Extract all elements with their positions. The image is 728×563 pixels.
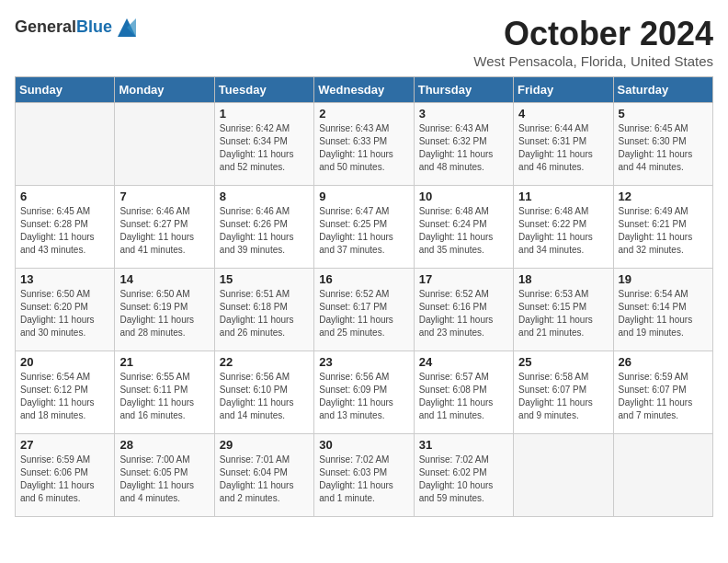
- day-detail: Sunrise: 7:02 AM Sunset: 6:02 PM Dayligh…: [419, 454, 508, 505]
- day-number: 18: [518, 272, 608, 286]
- day-detail: Sunrise: 6:50 AM Sunset: 6:19 PM Dayligh…: [119, 288, 209, 339]
- day-cell: 12Sunrise: 6:49 AM Sunset: 6:21 PM Dayli…: [613, 186, 712, 269]
- day-number: 14: [119, 272, 209, 286]
- day-cell: 25Sunrise: 6:58 AM Sunset: 6:07 PM Dayli…: [514, 351, 613, 434]
- day-cell: 22Sunrise: 6:56 AM Sunset: 6:10 PM Dayli…: [214, 351, 313, 434]
- day-number: 1: [220, 107, 309, 121]
- header-cell-saturday: Saturday: [613, 77, 712, 103]
- day-cell: 21Sunrise: 6:55 AM Sunset: 6:11 PM Dayli…: [115, 351, 214, 434]
- day-number: 9: [319, 190, 408, 203]
- calendar-header: SundayMondayTuesdayWednesdayThursdayFrid…: [16, 77, 713, 103]
- day-cell: 17Sunrise: 6:52 AM Sunset: 6:16 PM Dayli…: [414, 269, 513, 351]
- day-number: 13: [20, 272, 109, 286]
- day-cell: 31Sunrise: 7:02 AM Sunset: 6:02 PM Dayli…: [414, 434, 513, 517]
- day-cell: [514, 434, 613, 517]
- day-cell: 29Sunrise: 7:01 AM Sunset: 6:04 PM Dayli…: [214, 434, 313, 517]
- calendar-table: SundayMondayTuesdayWednesdayThursdayFrid…: [15, 76, 713, 517]
- day-number: 26: [619, 355, 708, 369]
- day-cell: 15Sunrise: 6:51 AM Sunset: 6:18 PM Dayli…: [214, 269, 313, 351]
- day-detail: Sunrise: 6:51 AM Sunset: 6:18 PM Dayligh…: [220, 288, 309, 339]
- day-detail: Sunrise: 7:00 AM Sunset: 6:05 PM Dayligh…: [119, 454, 209, 505]
- day-number: 22: [220, 355, 309, 369]
- day-detail: Sunrise: 6:59 AM Sunset: 6:07 PM Dayligh…: [619, 371, 708, 422]
- day-number: 21: [119, 355, 209, 369]
- day-detail: Sunrise: 6:42 AM Sunset: 6:34 PM Dayligh…: [220, 122, 309, 174]
- day-detail: Sunrise: 6:46 AM Sunset: 6:26 PM Dayligh…: [220, 205, 309, 257]
- week-row-4: 27Sunrise: 6:59 AM Sunset: 6:06 PM Dayli…: [16, 434, 713, 517]
- day-detail: Sunrise: 6:49 AM Sunset: 6:21 PM Dayligh…: [619, 205, 708, 257]
- day-cell: 11Sunrise: 6:48 AM Sunset: 6:22 PM Dayli…: [514, 186, 613, 269]
- day-number: 10: [419, 190, 508, 203]
- title-section: October 2024 West Pensacola, Florida, Un…: [473, 15, 713, 69]
- day-number: 8: [220, 190, 309, 203]
- day-cell: 2Sunrise: 6:43 AM Sunset: 6:33 PM Daylig…: [314, 103, 414, 186]
- week-row-3: 20Sunrise: 6:54 AM Sunset: 6:12 PM Dayli…: [16, 351, 713, 434]
- day-detail: Sunrise: 6:45 AM Sunset: 6:30 PM Dayligh…: [619, 122, 708, 174]
- header-cell-monday: Monday: [115, 77, 214, 103]
- day-number: 12: [619, 190, 708, 203]
- day-detail: Sunrise: 6:54 AM Sunset: 6:12 PM Dayligh…: [20, 371, 109, 422]
- day-cell: 4Sunrise: 6:44 AM Sunset: 6:31 PM Daylig…: [514, 103, 613, 186]
- header-cell-sunday: Sunday: [16, 77, 115, 103]
- day-detail: Sunrise: 6:43 AM Sunset: 6:32 PM Dayligh…: [419, 122, 508, 174]
- day-cell: 28Sunrise: 7:00 AM Sunset: 6:05 PM Dayli…: [115, 434, 214, 517]
- page-title: October 2024: [473, 15, 713, 53]
- day-number: 6: [20, 190, 109, 203]
- day-cell: 30Sunrise: 7:02 AM Sunset: 6:03 PM Dayli…: [314, 434, 414, 517]
- day-cell: 6Sunrise: 6:45 AM Sunset: 6:28 PM Daylig…: [16, 186, 115, 269]
- day-number: 16: [319, 272, 408, 286]
- day-cell: 18Sunrise: 6:53 AM Sunset: 6:15 PM Dayli…: [514, 269, 613, 351]
- day-number: 23: [319, 355, 408, 369]
- day-number: 11: [518, 190, 608, 203]
- day-number: 31: [419, 438, 508, 452]
- day-cell: 14Sunrise: 6:50 AM Sunset: 6:19 PM Dayli…: [115, 269, 214, 351]
- day-detail: Sunrise: 6:56 AM Sunset: 6:10 PM Dayligh…: [220, 371, 309, 422]
- day-cell: 16Sunrise: 6:52 AM Sunset: 6:17 PM Dayli…: [314, 269, 414, 351]
- day-cell: 23Sunrise: 6:56 AM Sunset: 6:09 PM Dayli…: [314, 351, 414, 434]
- calendar-body: 1Sunrise: 6:42 AM Sunset: 6:34 PM Daylig…: [16, 103, 713, 517]
- day-number: 24: [419, 355, 508, 369]
- day-number: 29: [220, 438, 309, 452]
- header-cell-thursday: Thursday: [414, 77, 513, 103]
- day-detail: Sunrise: 6:47 AM Sunset: 6:25 PM Dayligh…: [319, 205, 408, 257]
- header-cell-wednesday: Wednesday: [314, 77, 414, 103]
- day-cell: 1Sunrise: 6:42 AM Sunset: 6:34 PM Daylig…: [214, 103, 313, 186]
- day-number: 17: [419, 272, 508, 286]
- week-row-2: 13Sunrise: 6:50 AM Sunset: 6:20 PM Dayli…: [16, 269, 713, 351]
- day-number: 28: [119, 438, 209, 452]
- day-cell: 5Sunrise: 6:45 AM Sunset: 6:30 PM Daylig…: [613, 103, 712, 186]
- day-number: 4: [518, 107, 608, 121]
- day-detail: Sunrise: 6:48 AM Sunset: 6:24 PM Dayligh…: [419, 205, 508, 257]
- day-cell: 10Sunrise: 6:48 AM Sunset: 6:24 PM Dayli…: [414, 186, 513, 269]
- day-cell: [115, 103, 214, 186]
- page-header: GeneralBlue October 2024 West Pensacola,…: [15, 15, 713, 69]
- day-number: 19: [619, 272, 708, 286]
- day-number: 15: [220, 272, 309, 286]
- day-detail: Sunrise: 7:02 AM Sunset: 6:03 PM Dayligh…: [319, 454, 408, 505]
- day-number: 20: [20, 355, 109, 369]
- logo: GeneralBlue: [15, 15, 140, 40]
- day-detail: Sunrise: 6:59 AM Sunset: 6:06 PM Dayligh…: [20, 454, 109, 505]
- day-detail: Sunrise: 6:43 AM Sunset: 6:33 PM Dayligh…: [319, 122, 408, 174]
- logo-icon: [114, 15, 140, 40]
- day-detail: Sunrise: 6:55 AM Sunset: 6:11 PM Dayligh…: [119, 371, 209, 422]
- day-number: 5: [619, 107, 708, 121]
- day-detail: Sunrise: 7:01 AM Sunset: 6:04 PM Dayligh…: [220, 454, 309, 505]
- day-detail: Sunrise: 6:45 AM Sunset: 6:28 PM Dayligh…: [20, 205, 109, 257]
- day-cell: 20Sunrise: 6:54 AM Sunset: 6:12 PM Dayli…: [16, 351, 115, 434]
- day-number: 27: [20, 438, 109, 452]
- day-detail: Sunrise: 6:54 AM Sunset: 6:14 PM Dayligh…: [619, 288, 708, 339]
- page-subtitle: West Pensacola, Florida, United States: [473, 53, 713, 69]
- day-cell: 24Sunrise: 6:57 AM Sunset: 6:08 PM Dayli…: [414, 351, 513, 434]
- day-detail: Sunrise: 6:52 AM Sunset: 6:17 PM Dayligh…: [319, 288, 408, 339]
- header-cell-tuesday: Tuesday: [214, 77, 313, 103]
- day-detail: Sunrise: 6:44 AM Sunset: 6:31 PM Dayligh…: [518, 122, 608, 174]
- day-number: 30: [319, 438, 408, 452]
- day-cell: 3Sunrise: 6:43 AM Sunset: 6:32 PM Daylig…: [414, 103, 513, 186]
- day-number: 2: [319, 107, 408, 121]
- day-detail: Sunrise: 6:57 AM Sunset: 6:08 PM Dayligh…: [419, 371, 508, 422]
- day-number: 3: [419, 107, 508, 121]
- day-cell: 26Sunrise: 6:59 AM Sunset: 6:07 PM Dayli…: [613, 351, 712, 434]
- day-number: 25: [518, 355, 608, 369]
- day-detail: Sunrise: 6:58 AM Sunset: 6:07 PM Dayligh…: [518, 371, 608, 422]
